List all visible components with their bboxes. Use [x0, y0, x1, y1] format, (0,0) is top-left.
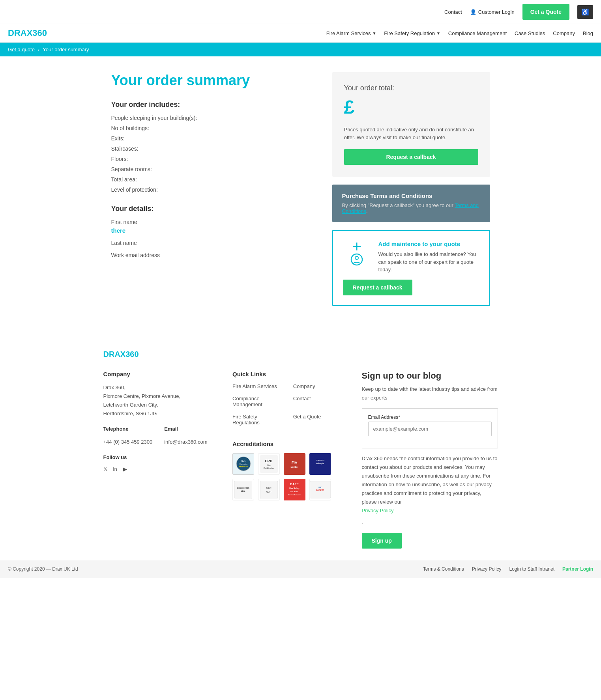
- breadcrumb-current: Your order summary: [43, 47, 89, 52]
- privacy-policy-link[interactable]: Privacy Policy: [362, 506, 498, 515]
- maintenance-icon: [343, 241, 371, 269]
- blog-signup-col: Sign up to our blog Keep up to date with…: [362, 371, 498, 549]
- svg-text:Construction: Construction: [237, 487, 249, 489]
- footer-link-fire-alarm[interactable]: Fire Alarm Services: [232, 383, 285, 389]
- right-column: Your order total: £ Prices quoted are in…: [332, 72, 490, 306]
- svg-text:Safe: Safe: [241, 460, 245, 462]
- svg-text:Investors: Investors: [316, 459, 324, 461]
- terms-text: By clicking "Request a callback" you agr…: [342, 202, 480, 214]
- order-note: Prices quoted are indicative only and do…: [344, 126, 478, 141]
- email-input[interactable]: [368, 422, 492, 436]
- accessibility-button[interactable]: ♿: [577, 5, 593, 19]
- svg-rect-21: [260, 481, 278, 498]
- breadcrumb-parent-link[interactable]: Get a quote: [8, 47, 35, 52]
- order-total-box: Your order total: £ Prices quoted are in…: [332, 72, 490, 177]
- top-bar: Contact 👤 Customer Login Get a Quote ♿: [0, 0, 601, 24]
- youtube-icon[interactable]: ▶: [123, 466, 127, 472]
- order-item-exits: Exits:: [111, 135, 316, 142]
- linkedin-icon[interactable]: in: [113, 466, 117, 472]
- footer-staff-intranet-link[interactable]: Login to Staff Intranet: [509, 566, 554, 572]
- email-title: Email: [164, 426, 207, 432]
- your-details-title: Your details:: [111, 205, 316, 213]
- nav-fire-alarm[interactable]: Fire Alarm Services ▼: [326, 30, 376, 36]
- order-item-buildings: No of buildings:: [111, 125, 316, 131]
- terms-title: Purchase Terms and Conditions: [342, 192, 480, 199]
- nav-blog[interactable]: Blog: [583, 30, 593, 36]
- social-icons: 𝕏 in ▶: [103, 466, 217, 475]
- footer-link-fire-safety[interactable]: Fire Safety Regulations: [232, 414, 285, 426]
- footer-quick-links-col: Quick Links Fire Alarm Services Company …: [232, 371, 346, 549]
- order-includes-title: Your order includes:: [111, 101, 316, 109]
- main-nav: Fire Alarm Services ▼ Fire Safety Regula…: [326, 30, 593, 36]
- maintenance-callback-button[interactable]: Request a callback: [343, 280, 412, 295]
- quick-links-title: Quick Links: [232, 371, 346, 377]
- contact-link[interactable]: Contact: [444, 9, 462, 15]
- twitter-icon[interactable]: 𝕏: [103, 466, 107, 472]
- order-item-rooms: Separate rooms:: [111, 166, 316, 172]
- logo-accent: 360: [32, 28, 47, 38]
- accessibility-icon: ♿: [581, 9, 589, 15]
- footer-partner-login-link[interactable]: Partner Login: [562, 566, 593, 572]
- get-quote-button[interactable]: Get a Quote: [522, 4, 569, 20]
- footer-logo: DRAX360: [103, 350, 498, 359]
- fia-badge: FIA Member: [284, 453, 305, 475]
- site-logo: DRAX360: [8, 28, 47, 38]
- footer-link-compliance[interactable]: Compliance Management: [232, 396, 285, 407]
- first-name-value: there: [111, 227, 316, 234]
- order-item-floors: Floors:: [111, 156, 316, 162]
- follow-us-title: Follow us: [103, 454, 217, 460]
- svg-text:Line: Line: [241, 490, 245, 492]
- euralarm-badge: eur alarm: [309, 479, 331, 500]
- svg-text:FIA: FIA: [292, 461, 298, 465]
- nav-company[interactable]: Company: [553, 30, 575, 36]
- footer-terms-link[interactable]: Terms & Conditions: [423, 566, 464, 572]
- telephone-title: Telephone: [103, 426, 153, 432]
- chevron-down-icon: ▼: [436, 31, 440, 35]
- order-item-staircases: Staircases:: [111, 146, 316, 152]
- footer-privacy-link[interactable]: Privacy Policy: [472, 566, 502, 572]
- footer-bottom-links: Terms & Conditions Privacy Policy Login …: [423, 566, 593, 572]
- accreditations-title: Accreditations: [232, 441, 346, 447]
- footer-link-company[interactable]: Company: [293, 383, 346, 389]
- customer-login-link[interactable]: 👤 Customer Login: [470, 9, 515, 15]
- logo-text: DRAX: [8, 28, 32, 38]
- maintenance-top: Add maintence to your quote Would you al…: [343, 241, 479, 274]
- footer-link-get-quote[interactable]: Get a Quote: [293, 414, 346, 426]
- maintenance-title: Add maintence to your quote: [378, 241, 479, 247]
- footer-address: Drax 360, Pixmore Centre, Pixmore Avenue…: [103, 383, 217, 418]
- svg-text:APPROVED: APPROVED: [239, 466, 248, 468]
- request-callback-button[interactable]: Request a callback: [344, 149, 478, 165]
- genquip-badge: GEN QUIP: [258, 479, 280, 500]
- chevron-down-icon: ▼: [372, 31, 376, 35]
- investors-badge: Investors in People: [309, 453, 331, 475]
- page-title: Your order summary: [111, 72, 316, 89]
- accreditation-logos: Safe Contractor APPROVED CPD The: [232, 453, 346, 475]
- person-icon: 👤: [470, 9, 476, 15]
- order-item-area: Total area:: [111, 176, 316, 183]
- svg-text:Contractor: Contractor: [239, 463, 247, 465]
- footer-grid: Company Drax 360, Pixmore Centre, Pixmor…: [103, 371, 498, 549]
- order-item-people-sleeping: People sleeping in your building(s):: [111, 115, 316, 121]
- footer-link-contact[interactable]: Contact: [293, 396, 346, 407]
- last-name-label: Last name: [111, 240, 316, 246]
- construction-line-badge: Construction Line: [232, 479, 254, 500]
- nav-case-studies[interactable]: Case Studies: [515, 30, 545, 36]
- svg-text:Member: Member: [290, 466, 298, 468]
- breadcrumb: Get a quote › Your order summary: [0, 43, 601, 56]
- order-item-protection: Level of protection:: [111, 187, 316, 193]
- maintenance-text: Would you also like to add maintence? Yo…: [378, 250, 479, 274]
- svg-text:The: The: [267, 464, 271, 467]
- order-total-amount: £: [344, 96, 478, 118]
- safe-contractor-badge: Safe Contractor APPROVED: [232, 453, 254, 475]
- blog-subtitle: Keep up to date with the latest industry…: [362, 385, 498, 402]
- email-value: info@drax360.com: [164, 438, 207, 446]
- your-details-section: Your details: First name there Last name…: [111, 205, 316, 258]
- signup-button[interactable]: Sign up: [362, 533, 402, 549]
- footer-company-title: Company: [103, 371, 217, 377]
- main-header: DRAX360 Fire Alarm Services ▼ Fire Safet…: [0, 24, 601, 43]
- nav-compliance[interactable]: Compliance Management: [448, 30, 507, 36]
- svg-point-3: [355, 256, 358, 259]
- breadcrumb-separator: ›: [38, 47, 39, 52]
- nav-fire-safety[interactable]: Fire Safety Regulation ▼: [384, 30, 440, 36]
- svg-text:CPD: CPD: [265, 459, 273, 463]
